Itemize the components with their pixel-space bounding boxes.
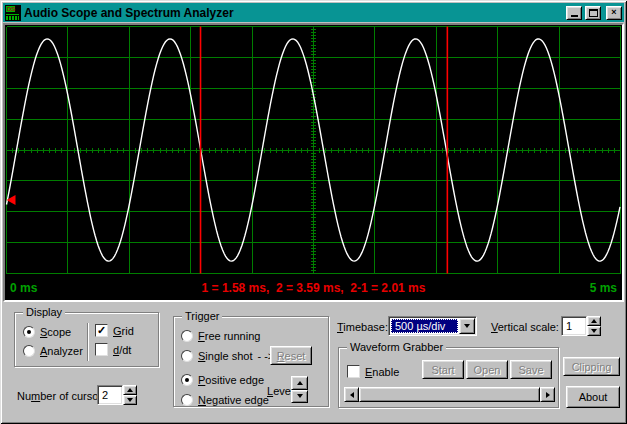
window-title: Audio Scope and Spectrum Analyzer <box>24 6 563 20</box>
arrow-up-icon <box>297 381 303 385</box>
arrow-down-icon <box>127 398 133 402</box>
open-button[interactable]: Open <box>466 360 508 379</box>
clipping-button[interactable]: Clipping <box>563 357 620 376</box>
reset-button-label: Reset <box>277 350 306 362</box>
radio-icon-positive-edge <box>181 374 193 386</box>
check-icon: ✓ <box>97 325 106 336</box>
level-up-button[interactable] <box>291 376 308 390</box>
scope-radio-label: Scope <box>40 326 71 338</box>
ddt-checkbox-label: d/dt <box>113 344 131 356</box>
arrow-down-icon <box>297 394 303 398</box>
arrow-right-icon <box>546 392 550 398</box>
level-spinner <box>291 376 308 403</box>
arrow-up-icon <box>591 319 597 323</box>
checkbox-icon-enable <box>347 365 360 378</box>
grid-checkbox[interactable]: ✓ Grid <box>95 324 134 337</box>
chevron-down-icon <box>464 324 470 328</box>
free-running-label: Free running <box>198 330 260 342</box>
radio-icon-free-running <box>181 330 193 342</box>
maximize-button[interactable] <box>585 6 601 20</box>
combo-dropdown-button[interactable] <box>459 318 475 334</box>
enable-checkbox[interactable]: Enable <box>347 365 399 378</box>
single-shot-radio[interactable]: Single shot - -> <box>181 349 274 362</box>
negative-edge-label: Negative edge <box>198 394 269 406</box>
reset-button[interactable]: Reset <box>270 346 312 365</box>
radio-icon-scope <box>23 326 35 338</box>
close-button[interactable]: × <box>606 6 622 20</box>
scope-display[interactable]: 0 ms 1 = 1.58 ms, 2 = 3.59 ms, 2-1 = 2.0… <box>3 23 624 302</box>
cursors-count-input[interactable]: 2 <box>97 385 123 405</box>
cursor-readout: 1 = 1.58 ms, 2 = 3.59 ms, 2-1 = 2.01 ms <box>37 281 589 295</box>
timebase-combobox[interactable]: 500 µs/div <box>388 316 477 336</box>
free-running-radio[interactable]: Free running <box>181 329 260 342</box>
time-end-label: 5 ms <box>590 281 617 295</box>
grid-checkbox-label: Grid <box>113 325 134 337</box>
positive-edge-radio[interactable]: Positive edge <box>181 373 264 386</box>
minimize-button[interactable] <box>566 6 582 20</box>
time-start-label: 0 ms <box>10 281 37 295</box>
vertical-scale-label: Vertical scale: <box>491 320 559 333</box>
trigger-group-title: Trigger <box>182 310 222 323</box>
waveform-grabber-group: Waveform Grabber Enable Start Open Save <box>338 347 559 408</box>
cursors-count-spinner <box>123 385 137 405</box>
negative-edge-radio[interactable]: Negative edge <box>181 393 269 406</box>
grabber-scrollbar[interactable] <box>344 387 555 402</box>
about-button[interactable]: About <box>566 386 620 408</box>
save-button[interactable]: Save <box>510 360 552 379</box>
vertical-scale-input[interactable]: 1 <box>561 316 587 336</box>
display-group: Display Scope Analyzer ✓ Grid d/dt <box>14 312 159 367</box>
svg-text:DS: DS <box>7 6 15 12</box>
single-shot-label: Single shot <box>198 350 252 362</box>
ddt-checkbox[interactable]: d/dt <box>95 343 131 356</box>
scroll-right-button[interactable] <box>540 387 555 402</box>
vscale-down-button[interactable] <box>587 326 601 336</box>
level-down-button[interactable] <box>291 390 308 404</box>
app-icon: DS <box>5 5 21 21</box>
arrow-up-icon <box>127 388 133 392</box>
enable-checkbox-label: Enable <box>365 366 399 378</box>
scope-grid-and-trace <box>5 25 622 275</box>
spin-up-button[interactable] <box>123 385 137 395</box>
minimize-icon <box>571 15 578 17</box>
vertical-scale-spinner <box>587 316 601 336</box>
spin-down-button[interactable] <box>123 395 137 405</box>
radio-icon-negative-edge <box>181 394 193 406</box>
start-button[interactable]: Start <box>422 360 464 379</box>
close-icon: × <box>611 8 616 17</box>
timebase-selected-value: 500 µs/div <box>391 319 458 333</box>
title-bar[interactable]: DS Audio Scope and Spectrum Analyzer × <box>3 3 624 22</box>
analyzer-radio[interactable]: Analyzer <box>23 344 83 357</box>
scope-label-strip: 0 ms 1 = 1.58 ms, 2 = 3.59 ms, 2-1 = 2.0… <box>5 275 622 300</box>
waveform-grabber-title: Waveform Grabber <box>347 341 446 354</box>
scope-radio[interactable]: Scope <box>23 325 71 338</box>
checkbox-icon-grid: ✓ <box>95 324 108 337</box>
arrow-down-icon <box>591 329 597 333</box>
display-group-divider <box>87 323 89 361</box>
display-group-title: Display <box>23 306 65 319</box>
maximize-icon <box>589 9 598 17</box>
scrollbar-thumb[interactable] <box>359 387 540 402</box>
radio-icon-analyzer <box>23 345 35 357</box>
positive-edge-label: Positive edge <box>198 374 264 386</box>
trigger-group: Trigger Free running Single shot - -> Re… <box>173 316 329 407</box>
vscale-up-button[interactable] <box>587 316 601 326</box>
scroll-left-button[interactable] <box>344 387 359 402</box>
checkbox-icon-ddt <box>95 343 108 356</box>
app-window: DS Audio Scope and Spectrum Analyzer × 0… <box>0 0 627 424</box>
radio-icon-single-shot <box>181 350 193 362</box>
arrow-left-icon <box>350 392 354 398</box>
timebase-label: Timebase: <box>337 320 388 333</box>
analyzer-radio-label: Analyzer <box>40 345 83 357</box>
